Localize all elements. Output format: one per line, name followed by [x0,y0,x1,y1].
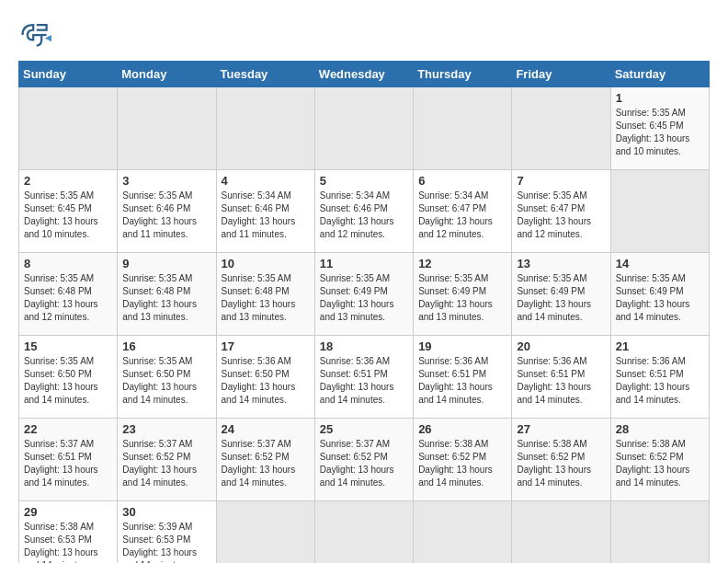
calendar-cell [512,87,610,170]
calendar-cell: 26 Sunrise: 5:38 AMSunset: 6:52 PMDaylig… [414,419,512,501]
column-header-tuesday: Tuesday [216,62,314,87]
day-info: Sunrise: 5:35 AMSunset: 6:48 PMDaylight:… [24,273,98,322]
calendar-cell: 29 Sunrise: 5:38 AMSunset: 6:53 PMDaylig… [19,501,118,564]
calendar-cell: 2 Sunrise: 5:35 AMSunset: 6:45 PMDayligh… [19,170,118,253]
day-number: 3 [122,174,210,188]
day-number: 1 [616,91,704,105]
calendar-cell: 7 Sunrise: 5:35 AMSunset: 6:47 PMDayligh… [512,170,610,253]
calendar-cell: 30 Sunrise: 5:39 AMSunset: 6:53 PMDaylig… [118,501,216,564]
calendar-cell: 18 Sunrise: 5:36 AMSunset: 6:51 PMDaylig… [314,336,413,419]
calendar-cell [610,501,709,564]
day-info: Sunrise: 5:37 AMSunset: 6:52 PMDaylight:… [320,439,394,488]
week-row-6: 29 Sunrise: 5:38 AMSunset: 6:53 PMDaylig… [19,501,710,564]
week-row-5: 22 Sunrise: 5:37 AMSunset: 6:51 PMDaylig… [19,419,710,501]
calendar-cell: 23 Sunrise: 5:37 AMSunset: 6:52 PMDaylig… [118,419,216,501]
calendar-cell: 12 Sunrise: 5:35 AMSunset: 6:49 PMDaylig… [414,253,512,336]
logo-icon [18,18,51,52]
day-info: Sunrise: 5:37 AMSunset: 6:52 PMDaylight:… [122,439,197,488]
calendar-cell-empty [610,170,709,253]
column-header-wednesday: Wednesday [314,62,413,87]
day-number: 2 [24,174,112,188]
day-number: 10 [222,257,310,270]
calendar-cell [314,87,413,170]
calendar-cell [414,501,512,564]
day-number: 4 [222,174,310,188]
calendar-cell [314,501,413,564]
calendar-cell: 16 Sunrise: 5:35 AMSunset: 6:50 PMDaylig… [118,336,216,419]
day-number: 29 [24,505,112,519]
day-info: Sunrise: 5:39 AMSunset: 6:53 PMDaylight:… [122,522,197,563]
day-number: 11 [320,257,408,270]
day-number: 18 [320,339,408,353]
day-info: Sunrise: 5:36 AMSunset: 6:51 PMDaylight:… [418,356,493,405]
day-info: Sunrise: 5:35 AMSunset: 6:45 PMDaylight:… [616,108,690,156]
day-info: Sunrise: 5:34 AMSunset: 6:47 PMDaylight:… [418,190,493,239]
calendar-cell [414,87,512,170]
calendar-cell [216,87,314,170]
calendar-cell: 15 Sunrise: 5:35 AMSunset: 6:50 PMDaylig… [19,336,118,419]
day-number: 17 [222,339,310,353]
day-number: 24 [222,422,310,436]
header [18,18,710,52]
day-info: Sunrise: 5:38 AMSunset: 6:53 PMDaylight:… [24,522,98,563]
day-info: Sunrise: 5:37 AMSunset: 6:51 PMDaylight:… [24,439,98,488]
day-info: Sunrise: 5:38 AMSunset: 6:52 PMDaylight:… [418,439,493,488]
day-info: Sunrise: 5:35 AMSunset: 6:45 PMDaylight:… [24,190,98,239]
day-number: 19 [418,339,506,353]
day-info: Sunrise: 5:38 AMSunset: 6:52 PMDaylight:… [517,439,591,488]
day-number: 27 [517,422,605,436]
day-number: 16 [122,339,210,353]
day-info: Sunrise: 5:35 AMSunset: 6:50 PMDaylight:… [24,356,98,405]
day-info: Sunrise: 5:35 AMSunset: 6:48 PMDaylight:… [122,273,197,322]
calendar-cell: 20 Sunrise: 5:36 AMSunset: 6:51 PMDaylig… [512,336,610,419]
column-header-saturday: Saturday [610,62,709,87]
day-number: 5 [320,174,408,188]
day-number: 6 [418,174,506,188]
calendar-cell: 11 Sunrise: 5:35 AMSunset: 6:49 PMDaylig… [314,253,413,336]
week-row-1: 1 Sunrise: 5:35 AMSunset: 6:45 PMDayligh… [19,87,710,170]
logo [18,18,55,52]
calendar-cell [118,87,216,170]
column-header-sunday: Sunday [19,62,118,87]
day-number: 20 [517,339,605,353]
calendar-cell: 24 Sunrise: 5:37 AMSunset: 6:52 PMDaylig… [216,419,314,501]
calendar-cell: 10 Sunrise: 5:35 AMSunset: 6:48 PMDaylig… [216,253,314,336]
day-info: Sunrise: 5:34 AMSunset: 6:46 PMDaylight:… [222,190,296,239]
day-info: Sunrise: 5:38 AMSunset: 6:52 PMDaylight:… [616,439,690,488]
day-info: Sunrise: 5:36 AMSunset: 6:51 PMDaylight:… [320,356,394,405]
column-header-monday: Monday [118,62,216,87]
column-header-thursday: Thursday [414,62,512,87]
day-info: Sunrise: 5:36 AMSunset: 6:50 PMDaylight:… [222,356,296,405]
calendar-cell [216,501,314,564]
calendar-cell: 1 Sunrise: 5:35 AMSunset: 6:45 PMDayligh… [610,87,709,170]
day-info: Sunrise: 5:35 AMSunset: 6:50 PMDaylight:… [122,356,197,405]
day-number: 15 [24,339,112,353]
week-row-3: 8 Sunrise: 5:35 AMSunset: 6:48 PMDayligh… [19,253,710,336]
day-number: 21 [616,339,704,353]
day-number: 23 [122,422,210,436]
day-info: Sunrise: 5:35 AMSunset: 6:49 PMDaylight:… [616,273,690,322]
calendar-cell: 14 Sunrise: 5:35 AMSunset: 6:49 PMDaylig… [610,253,709,336]
calendar-cell: 25 Sunrise: 5:37 AMSunset: 6:52 PMDaylig… [314,419,413,501]
column-header-friday: Friday [512,62,610,87]
day-info: Sunrise: 5:35 AMSunset: 6:49 PMDaylight:… [320,273,394,322]
day-number: 8 [24,257,112,270]
day-number: 30 [122,505,210,519]
day-number: 22 [24,422,112,436]
day-info: Sunrise: 5:37 AMSunset: 6:52 PMDaylight:… [222,439,296,488]
calendar-cell: 4 Sunrise: 5:34 AMSunset: 6:46 PMDayligh… [216,170,314,253]
day-info: Sunrise: 5:34 AMSunset: 6:46 PMDaylight:… [320,190,394,239]
day-info: Sunrise: 5:35 AMSunset: 6:47 PMDaylight:… [517,190,591,239]
calendar-cell [19,87,118,170]
day-number: 25 [320,422,408,436]
calendar-header-row: SundayMondayTuesdayWednesdayThursdayFrid… [19,62,710,87]
calendar-cell: 17 Sunrise: 5:36 AMSunset: 6:50 PMDaylig… [216,336,314,419]
day-number: 7 [517,174,605,188]
calendar-cell: 28 Sunrise: 5:38 AMSunset: 6:52 PMDaylig… [610,419,709,501]
calendar-cell: 9 Sunrise: 5:35 AMSunset: 6:48 PMDayligh… [118,253,216,336]
calendar-cell [512,501,610,564]
day-info: Sunrise: 5:35 AMSunset: 6:48 PMDaylight:… [222,273,296,322]
calendar-cell: 8 Sunrise: 5:35 AMSunset: 6:48 PMDayligh… [19,253,118,336]
day-number: 28 [616,422,704,436]
calendar-cell: 21 Sunrise: 5:36 AMSunset: 6:51 PMDaylig… [610,336,709,419]
